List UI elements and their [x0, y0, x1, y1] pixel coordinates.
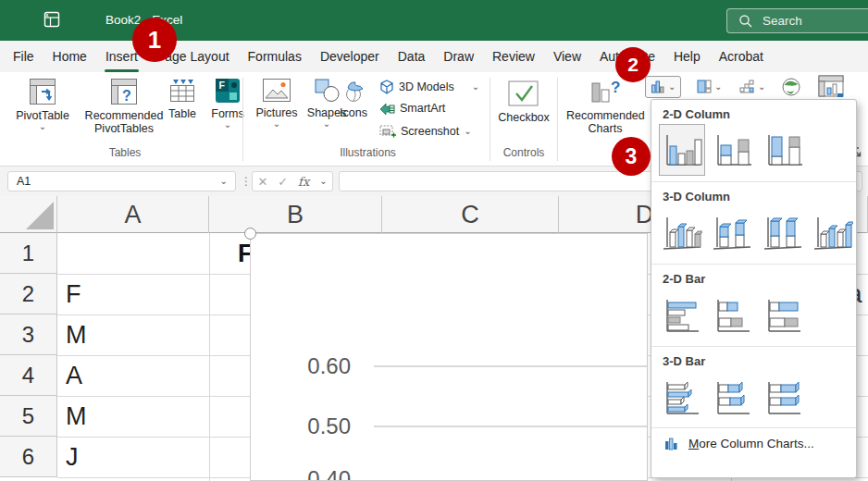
screenshot-icon	[379, 124, 396, 138]
cell-A2[interactable]: F	[66, 274, 81, 314]
insert-column-chart-button[interactable]: ⌄	[645, 76, 681, 98]
chart-plot-area: 0.600.500.40	[251, 234, 647, 480]
gridline	[209, 233, 210, 481]
tab-draw[interactable]: Draw	[434, 41, 483, 72]
menu-section-label: 3-D Bar	[663, 354, 856, 368]
tab-developer[interactable]: Developer	[311, 41, 389, 72]
globe-icon	[781, 77, 801, 97]
svg-text:?: ?	[122, 88, 131, 104]
chart-type-3d-column-100-icon[interactable]	[760, 206, 806, 258]
smartart-icon	[379, 102, 395, 115]
3d-cube-icon	[379, 80, 394, 94]
search-box[interactable]: Search	[726, 8, 868, 33]
callout-step-1: 1	[132, 18, 177, 62]
chart-selection-handle[interactable]	[244, 228, 256, 240]
recommended-charts-button[interactable]: ? RecommendedCharts	[566, 78, 644, 135]
cell-A4[interactable]: A	[66, 355, 82, 396]
tab-view[interactable]: View	[544, 41, 590, 72]
tab-help[interactable]: Help	[664, 41, 710, 72]
chart-gridline	[374, 426, 647, 427]
row-header-1[interactable]: 1	[0, 233, 57, 274]
chart-type-2d-column-stacked-icon[interactable]	[710, 124, 756, 176]
menu-section-2-d-column: 2-D Column	[651, 107, 856, 176]
icons-icon	[341, 78, 366, 103]
insert-map-chart-button[interactable]	[781, 77, 801, 97]
insert-hierarchy-chart-button[interactable]: ⌄	[697, 80, 722, 93]
more-column-charts-label: More Column Charts...	[688, 437, 814, 450]
menu-section-label: 2-D Column	[663, 107, 856, 121]
row-header-2[interactable]: 2	[0, 274, 57, 314]
chart-type-2d-column-clustered-icon[interactable]	[659, 124, 705, 176]
row-header-5[interactable]: 5	[0, 396, 57, 437]
column-chart-icon	[651, 80, 665, 94]
chevron-down-icon: ⌄	[464, 127, 471, 136]
cell-A3[interactable]: M	[66, 314, 87, 355]
smartart-button[interactable]: SmartArt	[379, 102, 445, 115]
chevron-down-icon: ⌄	[7, 122, 78, 131]
tab-formulas[interactable]: Formulas	[239, 41, 311, 72]
chart-type-2d-column-100-icon[interactable]	[761, 124, 807, 176]
column-header-C[interactable]: C	[382, 196, 559, 233]
more-column-charts-item[interactable]: More Column Charts...	[651, 427, 856, 459]
tab-data[interactable]: Data	[389, 41, 435, 72]
screenshot-button[interactable]: Screenshot ⌄	[379, 124, 472, 138]
select-all-button[interactable]	[0, 196, 57, 233]
enter-formula-button[interactable]: ✓	[278, 175, 288, 189]
pivottable-icon	[29, 78, 56, 105]
table-button[interactable]: Table	[159, 78, 205, 120]
excel-window: x Book2 - Excel Search FileHomeInsertPag…	[0, 0, 868, 481]
chart-type-2d-bar-100-icon[interactable]	[761, 289, 807, 340]
row-header-4[interactable]: 4	[0, 355, 57, 396]
cell-A5[interactable]: M	[66, 396, 87, 437]
chart-type-3d-bar-stacked-icon[interactable]	[710, 371, 756, 423]
chart-type-3d-column-clustered-icon[interactable]	[659, 206, 705, 258]
pictures-button[interactable]: Pictures ⌄	[252, 78, 302, 129]
chart-type-3d-column-stacked-icon[interactable]	[710, 206, 756, 258]
column-header-B[interactable]: B	[209, 196, 382, 233]
chevron-down-icon: ⌄	[758, 82, 765, 92]
menu-section-label: 2-D Bar	[663, 272, 856, 286]
recommended-pivottables-icon: ?	[110, 78, 138, 105]
pivotchart-button[interactable]	[818, 75, 844, 99]
svg-text:?: ?	[611, 79, 620, 96]
tab-file[interactable]: File	[4, 41, 43, 72]
pictures-icon	[262, 78, 291, 103]
search-placeholder: Search	[763, 14, 802, 28]
chevron-down-icon: ⌄	[472, 82, 479, 92]
controls-group-label: Controls	[472, 146, 576, 159]
formula-buttons: ✕ ✓ fx ⌄	[252, 171, 333, 191]
menu-section-2-d-bar: 2-D Bar	[651, 272, 856, 340]
more-column-charts-icon	[664, 437, 679, 451]
chart-type-3d-column-3d-icon[interactable]	[811, 206, 857, 258]
chart-type-2d-bar-stacked-icon[interactable]	[710, 289, 756, 340]
3d-models-button[interactable]: 3D Models ⌄	[379, 80, 479, 94]
row-header-6[interactable]: 6	[0, 437, 57, 477]
chart-type-3d-bar-100-icon[interactable]	[761, 371, 807, 423]
insert-function-button[interactable]: fx	[298, 175, 309, 189]
name-box[interactable]: A1 ⌄	[7, 171, 236, 191]
recommended-pivottables-button[interactable]: ? Recommended PivotTables	[80, 78, 168, 135]
column-header-A[interactable]: A	[57, 196, 209, 233]
forms-icon: F	[215, 78, 241, 104]
tab-review[interactable]: Review	[483, 41, 544, 72]
checkbox-button[interactable]: Checkbox	[497, 80, 551, 124]
group-divider	[242, 78, 243, 161]
title-bar: x Book2 - Excel Search	[0, 0, 868, 41]
icons-button[interactable]: Icons	[333, 78, 374, 119]
chart-gridline	[374, 365, 647, 367]
cell-A6[interactable]: J	[66, 437, 79, 477]
chart-type-3d-bar-clustered-icon[interactable]	[659, 371, 705, 423]
tab-acrobat[interactable]: Acrobat	[710, 41, 773, 72]
menu-separator	[651, 346, 856, 347]
cancel-formula-button[interactable]: ✕	[257, 175, 267, 189]
embedded-chart[interactable]: 0.600.500.40	[250, 233, 648, 481]
select-all-triangle-icon	[26, 202, 54, 229]
tab-home[interactable]: Home	[43, 41, 96, 72]
chevron-down-icon: ⌄	[319, 177, 327, 186]
pivottable-button[interactable]: PivotTable ⌄	[7, 78, 78, 131]
row-header-3[interactable]: 3	[0, 314, 57, 355]
chart-type-2d-bar-clustered-icon[interactable]	[659, 289, 705, 340]
insert-waterfall-chart-button[interactable]: ⌄	[739, 80, 765, 93]
chevron-down-icon: ⌄	[714, 82, 722, 92]
search-icon	[738, 14, 753, 29]
